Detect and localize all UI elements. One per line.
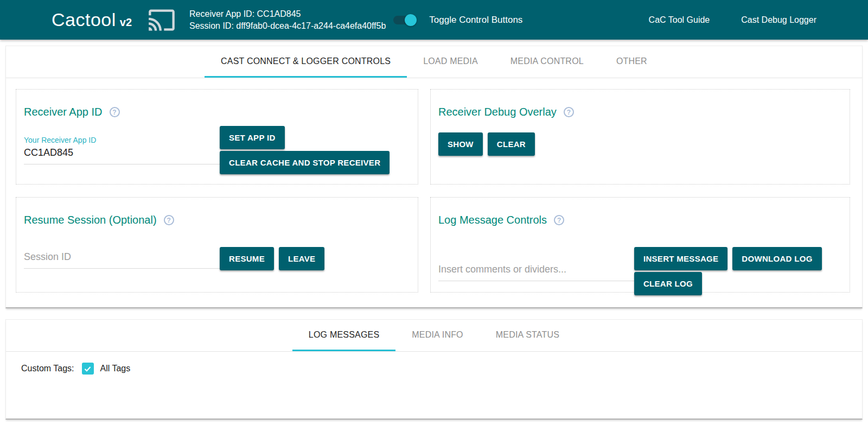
all-tags-checkbox[interactable] <box>82 363 94 375</box>
toggle-label: Toggle Control Buttons <box>429 15 522 26</box>
help-icon[interactable]: ? <box>164 215 174 225</box>
custom-tags-label: Custom Tags: <box>21 364 74 373</box>
all-tags-label: All Tags <box>100 364 131 373</box>
receiver-app-id-text: Receiver App ID: CC1AD845 <box>189 8 386 20</box>
help-icon[interactable]: ? <box>110 107 120 117</box>
session-id-text: Session ID: dff9fab0-dcea-4c17-a244-ca4e… <box>189 20 386 32</box>
help-icon[interactable]: ? <box>554 215 564 225</box>
log-message-controls-card: Log Message Controls ? INSERT MESSAGE DO… <box>430 197 850 293</box>
app-title: Cactool <box>52 9 116 30</box>
tab-log-messages[interactable]: LOG MESSAGES <box>292 320 395 351</box>
help-icon[interactable]: ? <box>564 107 574 117</box>
toggle-thumb-icon <box>405 14 417 26</box>
clear-log-button[interactable]: CLEAR LOG <box>634 272 702 295</box>
header-links: CaC Tool Guide Cast Debug Logger <box>649 15 816 25</box>
cast-debug-logger-link[interactable]: Cast Debug Logger <box>741 15 816 25</box>
app-header: Cactool v2 Receiver App ID: CC1AD845 Ses… <box>0 0 868 40</box>
tab-load-media[interactable]: LOAD MEDIA <box>407 46 494 78</box>
receiver-app-id-title: Receiver App ID <box>24 106 103 118</box>
app-logo: Cactool v2 <box>52 9 132 30</box>
receiver-debug-overlay-title: Receiver Debug Overlay <box>438 106 557 118</box>
set-app-id-button[interactable]: SET APP ID <box>220 126 285 149</box>
control-cards: Receiver App ID ? Your Receiver App ID S… <box>6 78 862 309</box>
tab-other[interactable]: OTHER <box>600 46 663 78</box>
clear-cache-and-stop-receiver-button[interactable]: CLEAR CACHE AND STOP RECEIVER <box>220 151 390 174</box>
cac-tool-guide-link[interactable]: CaC Tool Guide <box>649 15 710 25</box>
log-panel: LOG MESSAGES MEDIA INFO MEDIA STATUS Cus… <box>5 319 863 420</box>
log-message-controls-title: Log Message Controls <box>438 214 547 226</box>
show-overlay-button[interactable]: SHOW <box>438 132 483 156</box>
main-tabbar: CAST CONNECT & LOGGER CONTROLS LOAD MEDI… <box>6 46 862 78</box>
receiver-app-id-field-label: Your Receiver App ID <box>24 136 220 144</box>
check-icon <box>84 365 92 373</box>
tab-media-control[interactable]: MEDIA CONTROL <box>494 46 600 78</box>
log-messages-content: Custom Tags: All Tags <box>6 352 862 385</box>
receiver-debug-overlay-card: Receiver Debug Overlay ? SHOW CLEAR <box>430 89 850 185</box>
cast-icon <box>145 6 178 34</box>
control-buttons-toggle[interactable] <box>393 16 415 24</box>
receiver-app-id-input[interactable] <box>24 145 220 164</box>
app-version: v2 <box>120 16 132 29</box>
clear-overlay-button[interactable]: CLEAR <box>488 132 535 156</box>
resume-session-title: Resume Session (Optional) <box>24 214 157 226</box>
log-message-input[interactable] <box>438 262 634 281</box>
session-id-input[interactable] <box>24 249 220 269</box>
tab-media-info[interactable]: MEDIA INFO <box>395 320 479 351</box>
insert-message-button[interactable]: INSERT MESSAGE <box>634 247 727 270</box>
leave-button[interactable]: LEAVE <box>279 247 324 270</box>
tab-media-status[interactable]: MEDIA STATUS <box>480 320 576 351</box>
resume-session-card: Resume Session (Optional) ? RESUME LEAVE <box>16 197 418 293</box>
log-tabbar: LOG MESSAGES MEDIA INFO MEDIA STATUS <box>6 320 862 352</box>
download-log-button[interactable]: DOWNLOAD LOG <box>732 247 821 270</box>
receiver-app-id-card: Receiver App ID ? Your Receiver App ID S… <box>16 89 418 185</box>
controls-panel: CAST CONNECT & LOGGER CONTROLS LOAD MEDI… <box>5 46 863 308</box>
tab-cast-connect-logger-controls[interactable]: CAST CONNECT & LOGGER CONTROLS <box>205 46 407 78</box>
session-info: Receiver App ID: CC1AD845 Session ID: df… <box>189 8 386 32</box>
resume-button[interactable]: RESUME <box>220 247 274 270</box>
